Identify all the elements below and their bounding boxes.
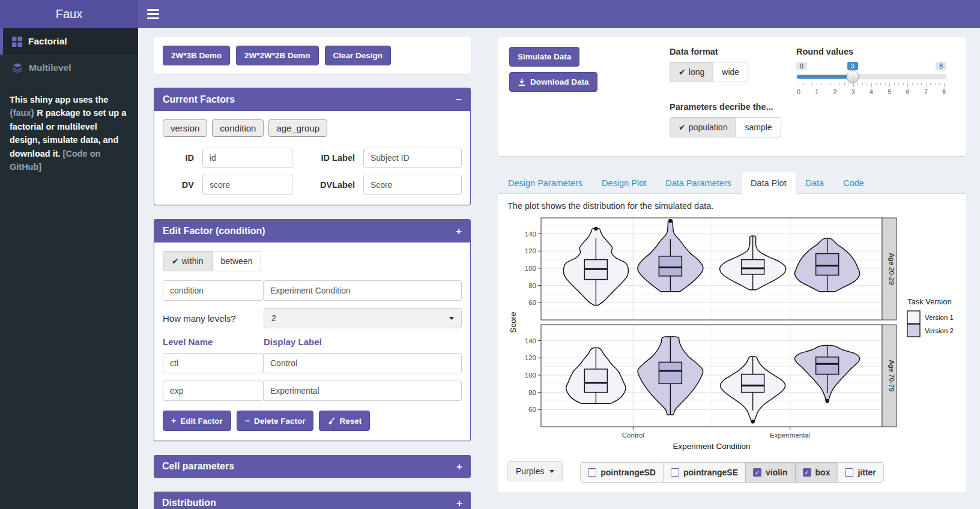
box-title: Edit Factor (condition) xyxy=(163,226,265,236)
sidebar-description: This shiny app uses the {faux} R package… xyxy=(0,81,138,174)
level-name-input-1[interactable] xyxy=(163,353,264,373)
dv-label2: DVLabel xyxy=(301,180,355,190)
svg-text:80: 80 xyxy=(528,389,536,396)
expand-icon[interactable]: + xyxy=(456,498,462,508)
tab-data-parameters[interactable]: Data Parameters xyxy=(656,172,741,194)
main-content: 2W*3B Demo 2W*2W*2B Demo Clear Design Cu… xyxy=(138,28,980,509)
wide-option[interactable]: wide xyxy=(713,62,748,82)
faux-package-link[interactable]: {faux} xyxy=(10,108,34,118)
round-values-slider[interactable]: 0 8 3 012345678 xyxy=(796,62,946,99)
svg-text:Version 2: Version 2 xyxy=(925,327,954,334)
current-factors-header: Current Factors − xyxy=(154,88,470,111)
dv-input[interactable] xyxy=(202,175,292,195)
brush-icon xyxy=(327,417,335,425)
slider-value-badge: 3 xyxy=(847,62,858,70)
cell-parameters-header[interactable]: Cell parameters + xyxy=(154,455,471,478)
svg-text:120: 120 xyxy=(525,247,536,254)
within-option[interactable]: ✔within xyxy=(163,251,213,271)
checkbox-icon xyxy=(845,468,853,477)
data-plot-panel: The plot shows the distribution for the … xyxy=(498,194,966,492)
svg-text:Age 20-29: Age 20-29 xyxy=(888,253,895,285)
data-format-toggle: ✔long wide xyxy=(670,62,748,82)
top-bar: Faux xyxy=(0,0,980,28)
factor-display-input[interactable] xyxy=(263,280,462,301)
between-option[interactable]: between xyxy=(212,251,262,271)
check-icon: ✔ xyxy=(679,67,686,77)
layers-icon xyxy=(12,62,23,73)
levels-count-select[interactable]: 2 xyxy=(264,308,462,328)
sidebar-toggle-button[interactable] xyxy=(138,0,168,28)
tab-design-plot[interactable]: Design Plot xyxy=(592,172,656,194)
id-label-input[interactable] xyxy=(363,148,462,168)
checkbox-checked-icon: ✓ xyxy=(753,468,761,477)
hamburger-icon xyxy=(147,9,159,11)
sidebar-item-factorial[interactable]: Factorial xyxy=(0,28,138,55)
sidebar: Factorial Multilevel This shiny app uses… xyxy=(0,28,138,509)
level-display-input-2[interactable] xyxy=(263,381,462,401)
edit-factor-button[interactable]: +Edit Factor xyxy=(163,411,231,431)
collapse-icon[interactable]: − xyxy=(456,95,462,105)
display-label-header: Display Label xyxy=(264,337,462,347)
option-jitter[interactable]: jitter xyxy=(837,462,883,483)
factor-name-input[interactable] xyxy=(163,280,264,301)
factor-tag-version[interactable]: version xyxy=(163,119,207,137)
option-pointrangeSE[interactable]: pointrangeSE xyxy=(663,462,746,483)
distribution-box: Distribution + xyxy=(154,492,471,509)
parameters-label: Parameters decribe the... xyxy=(670,102,796,112)
box-title: Current Factors xyxy=(163,94,235,105)
reset-button[interactable]: Reset xyxy=(319,411,370,431)
clear-design-button[interactable]: Clear Design xyxy=(325,46,392,65)
tab-data[interactable]: Data xyxy=(796,172,834,194)
slider-track[interactable] xyxy=(796,74,946,79)
collapse-icon[interactable]: + xyxy=(456,226,462,236)
level-name-input-2[interactable] xyxy=(163,381,264,401)
tab-design-parameters[interactable]: Design Parameters xyxy=(498,172,592,194)
demo-2w2w2b-button[interactable]: 2W*2W*2B Demo xyxy=(236,46,319,65)
factor-tag-age-group[interactable]: age_group xyxy=(268,119,327,137)
id-input[interactable] xyxy=(202,148,292,168)
data-plot-svg: Age 20-296080100120140Age 70-79608010012… xyxy=(507,213,957,454)
factor-tag-condition[interactable]: condition xyxy=(212,119,264,137)
svg-text:Task Version: Task Version xyxy=(907,297,952,306)
sidebar-item-label: Factorial xyxy=(28,36,67,47)
box-title: Cell parameters xyxy=(162,461,234,472)
minus-icon: − xyxy=(245,416,250,426)
distribution-header[interactable]: Distribution + xyxy=(154,492,471,509)
sidebar-item-multilevel[interactable]: Multilevel xyxy=(0,55,138,81)
id-label: ID xyxy=(163,153,194,163)
option-violin[interactable]: ✓violin xyxy=(745,462,796,483)
download-icon xyxy=(518,78,526,86)
delete-factor-button[interactable]: −Delete Factor xyxy=(237,411,314,431)
results-tabs: Design Parameters Design Plot Data Param… xyxy=(498,172,966,194)
simulate-card: Simulate Data Download Data Data format … xyxy=(498,37,966,156)
long-option[interactable]: ✔long xyxy=(670,62,713,82)
option-pointrangeSD[interactable]: pointrangeSD xyxy=(580,462,664,483)
parameters-toggle: ✔population sample xyxy=(670,117,781,137)
box-title: Distribution xyxy=(162,498,216,508)
expand-icon[interactable]: + xyxy=(456,462,462,472)
data-format-label: Data format xyxy=(670,47,796,56)
header-bar xyxy=(138,0,980,28)
slider-handle[interactable] xyxy=(846,70,859,83)
option-box[interactable]: ✓box xyxy=(795,462,838,483)
tab-data-plot[interactable]: Data Plot xyxy=(741,172,796,194)
tab-code[interactable]: Code xyxy=(833,172,874,194)
svg-text:Age 70-79: Age 70-79 xyxy=(888,360,895,391)
dv-label-input[interactable] xyxy=(363,175,462,195)
svg-text:Control: Control xyxy=(622,432,644,439)
simulate-data-button[interactable]: Simulate Data xyxy=(509,47,579,67)
level-display-input-1[interactable] xyxy=(263,353,462,373)
factor-type-toggle: ✔within between xyxy=(163,251,261,271)
check-icon: ✔ xyxy=(679,122,686,132)
sample-option[interactable]: sample xyxy=(736,117,781,137)
svg-text:Version 1: Version 1 xyxy=(925,314,954,321)
svg-text:100: 100 xyxy=(525,265,536,272)
download-data-button[interactable]: Download Data xyxy=(509,72,597,92)
results-column: Simulate Data Download Data Data format … xyxy=(498,37,966,492)
population-option[interactable]: ✔population xyxy=(670,117,736,137)
svg-text:60: 60 xyxy=(528,406,536,413)
dv-label: DV xyxy=(163,180,194,190)
palette-dropdown[interactable]: Purples xyxy=(507,461,563,481)
demo-2w3b-button[interactable]: 2W*3B Demo xyxy=(163,46,230,65)
checkbox-icon xyxy=(671,468,679,477)
